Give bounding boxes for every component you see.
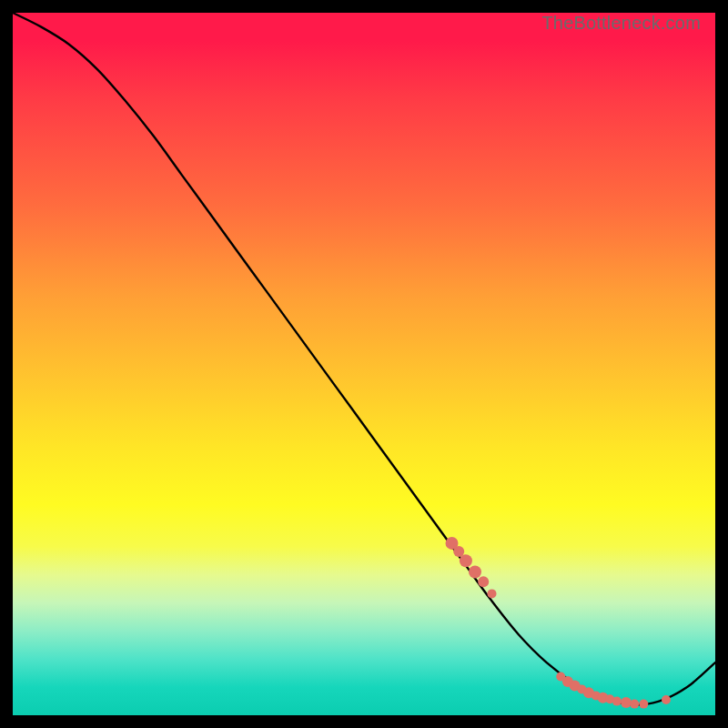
marker-group [446,537,672,709]
data-point-marker [639,700,648,709]
data-point-marker [478,576,489,587]
bottleneck-curve-path [13,13,715,705]
data-point-marker [469,566,481,579]
data-point-marker [621,697,632,708]
data-point-marker [630,700,639,709]
data-point-marker [612,697,622,706]
data-point-marker [488,589,497,598]
chart-svg [13,13,715,715]
chart-plot-area: TheBottleneck.com [13,13,715,715]
data-point-marker [460,554,472,567]
data-point-marker [662,695,671,704]
